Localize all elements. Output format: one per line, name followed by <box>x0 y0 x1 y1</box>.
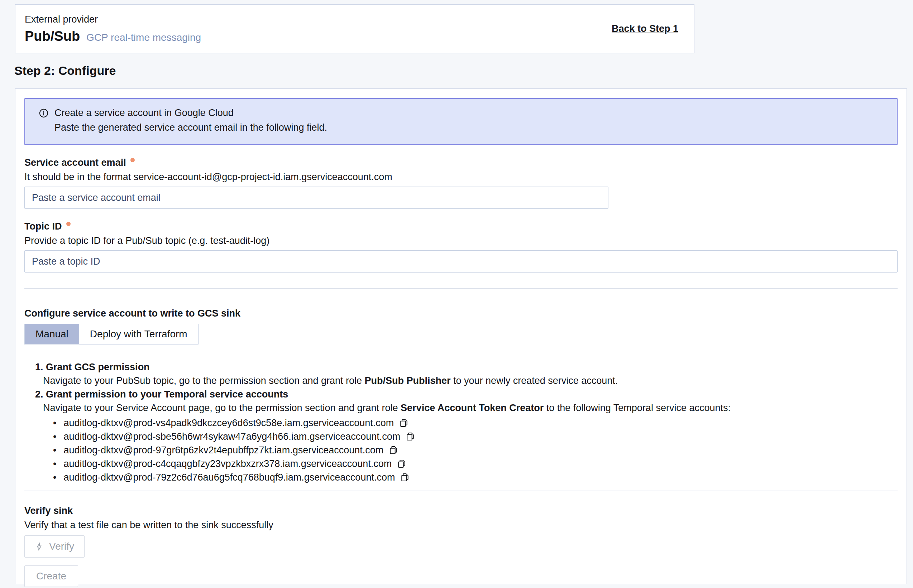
page: External provider Pub/Sub GCP real-time … <box>0 0 913 588</box>
provider-info: External provider Pub/Sub GCP real-time … <box>25 14 201 44</box>
verify-sink-title: Verify sink <box>24 505 898 516</box>
list-item: auditlog-dktxv@prod-c4cqaqgbfzy23vpzkbxz… <box>53 457 898 470</box>
step-body-text: Navigate to your Service Account page, g… <box>43 402 401 413</box>
instruction-step-2: 2. Grant permission to your Temporal ser… <box>35 388 898 484</box>
back-to-step-1-link[interactable]: Back to Step 1 <box>612 23 678 34</box>
verify-sink-description: Verify that a test file can be written t… <box>24 520 898 530</box>
list-item: auditlog-dktxv@prod-79z2c6d76au6g5fcq768… <box>53 470 898 484</box>
info-circle-icon <box>39 108 49 118</box>
required-indicator <box>130 158 135 162</box>
service-account-email: auditlog-dktxv@prod-79z2c6d76au6g5fcq768… <box>63 470 395 484</box>
service-account-email-input[interactable] <box>24 187 609 209</box>
step-body: Navigate to your Service Account page, g… <box>35 401 898 415</box>
service-account-list: auditlog-dktxv@prod-vs4padk9dkczcey6d6st… <box>35 416 898 484</box>
list-item: auditlog-dktxv@prod-sbe56h6wr4sykaw47a6y… <box>53 430 898 443</box>
create-button[interactable]: Create <box>24 565 78 587</box>
configure-section-title: Configure service account to write to GC… <box>24 308 898 319</box>
required-indicator <box>66 222 71 226</box>
role-name: Service Account Token Creator <box>401 402 544 413</box>
service-account-email: auditlog-dktxv@prod-97gr6tp6zkv2t4epubff… <box>63 443 384 457</box>
info-banner: Create a service account in Google Cloud… <box>24 98 898 145</box>
role-name: Pub/Sub Publisher <box>365 375 451 386</box>
provider-name: Pub/Sub <box>25 29 80 44</box>
list-item: auditlog-dktxv@prod-97gr6tp6zkv2t4epubff… <box>53 443 898 457</box>
provider-description: GCP real-time messaging <box>86 32 201 43</box>
banner-title: Create a service account in Google Cloud <box>55 107 234 118</box>
service-account-email: auditlog-dktxv@prod-c4cqaqgbfzy23vpzkbxz… <box>63 457 392 470</box>
section-divider <box>24 491 898 491</box>
verify-button-label: Verify <box>49 541 74 552</box>
step-number: 1. <box>35 362 43 372</box>
page-title: Step 2: Configure <box>15 64 116 78</box>
banner-body: Paste the generated service account emai… <box>55 121 887 134</box>
step-title: Grant permission to your Temporal servic… <box>46 389 288 400</box>
step-title: Grant GCS permission <box>46 362 150 372</box>
configure-tabs: Manual Deploy with Terraform <box>24 324 199 344</box>
configure-card: Create a service account in Google Cloud… <box>15 89 907 584</box>
verify-button[interactable]: Verify <box>24 535 84 557</box>
instruction-step-1: 1. Grant GCS permission Navigate to your… <box>35 360 898 388</box>
copy-icon[interactable] <box>399 418 410 428</box>
service-account-email: auditlog-dktxv@prod-vs4padk9dkczcey6d6st… <box>63 416 394 430</box>
provider-label: External provider <box>25 14 201 25</box>
copy-icon[interactable] <box>397 458 407 469</box>
provider-card: External provider Pub/Sub GCP real-time … <box>15 4 694 53</box>
copy-icon[interactable] <box>405 431 416 442</box>
service-account-email-helper: It should be in the format service-accou… <box>24 171 898 182</box>
service-account-email: auditlog-dktxv@prod-sbe56h6wr4sykaw47a6y… <box>63 430 400 443</box>
list-item: auditlog-dktxv@prod-vs4padk9dkczcey6d6st… <box>53 416 898 430</box>
tab-deploy-with-terraform[interactable]: Deploy with Terraform <box>79 324 198 344</box>
step-body: Navigate to your PubSub topic, go to the… <box>35 374 898 388</box>
section-divider <box>24 288 898 289</box>
copy-icon[interactable] <box>389 445 399 456</box>
tab-manual[interactable]: Manual <box>25 324 79 344</box>
copy-icon[interactable] <box>400 472 411 483</box>
step-body-text: to the following Temporal service accoun… <box>544 402 731 413</box>
topic-id-input[interactable] <box>24 250 898 273</box>
lightning-icon <box>35 542 44 551</box>
step-body-text: Navigate to your PubSub topic, go to the… <box>43 375 365 386</box>
service-account-email-label: Service account email <box>24 157 126 168</box>
step-number: 2. <box>35 389 43 400</box>
create-button-label: Create <box>36 570 66 582</box>
topic-id-helper: Provide a topic ID for a Pub/Sub topic (… <box>24 235 898 246</box>
topic-id-label: Topic ID <box>24 221 62 232</box>
instruction-steps: 1. Grant GCS permission Navigate to your… <box>24 360 898 484</box>
step-body-text: to your newly created service account. <box>451 375 618 386</box>
